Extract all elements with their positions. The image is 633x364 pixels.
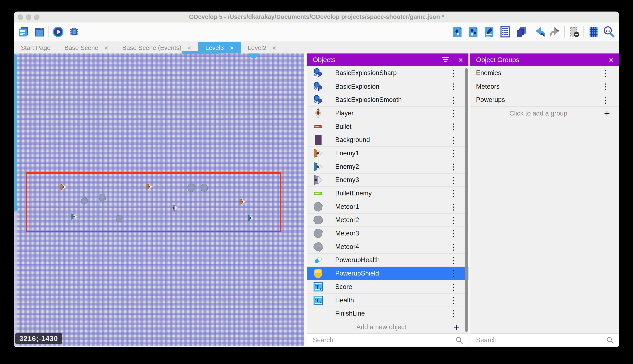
canvas-instance-dot[interactable] bbox=[90, 185, 92, 187]
object-row-meteor3[interactable]: Meteor3⋮ bbox=[307, 226, 468, 240]
instances-list-icon[interactable] bbox=[499, 26, 511, 38]
object-row-health[interactable]: TxHealth⋮ bbox=[307, 293, 468, 307]
properties-icon[interactable] bbox=[483, 26, 495, 38]
group-row-enemies[interactable]: Enemies⋮ bbox=[470, 66, 619, 80]
scene-canvas[interactable]: 3216;-1430 bbox=[14, 54, 304, 346]
kebab-menu-icon[interactable]: ⋮ bbox=[449, 296, 458, 304]
canvas-instance-enemy1[interactable] bbox=[239, 198, 246, 206]
objects-list-icon[interactable] bbox=[451, 26, 463, 38]
canvas-instance-meteor[interactable] bbox=[186, 183, 196, 193]
object-row-poweruphealth[interactable]: PowerupHealth⋮ bbox=[307, 253, 468, 267]
kebab-menu-icon[interactable]: ⋮ bbox=[601, 83, 610, 90]
object-row-finishline[interactable]: FinishLine⋮ bbox=[307, 306, 468, 320]
kebab-menu-icon[interactable]: ⋮ bbox=[449, 310, 458, 317]
tab-close-icon[interactable]: × bbox=[104, 44, 109, 51]
object-row-basicexplosionsharp[interactable]: BasicExplosionSharp⋮ bbox=[307, 66, 468, 80]
object-groups-icon[interactable] bbox=[467, 26, 479, 38]
kebab-menu-icon[interactable]: ⋮ bbox=[449, 150, 458, 157]
search-icon[interactable] bbox=[455, 336, 463, 344]
kebab-menu-icon[interactable]: ⋮ bbox=[449, 69, 458, 77]
object-row-bulletenemy[interactable]: BulletEnemy⋮ bbox=[307, 186, 468, 200]
undo-icon[interactable] bbox=[534, 26, 546, 38]
object-row-basicexplosionsmooth[interactable]: BasicExplosionSmooth⋮ bbox=[307, 93, 468, 106]
object-row-meteor4[interactable]: Meteor4⋮ bbox=[307, 240, 468, 253]
meteor2-icon bbox=[313, 214, 324, 226]
kebab-menu-icon[interactable]: ⋮ bbox=[449, 256, 458, 264]
vertical-scrollbar-thumb[interactable] bbox=[14, 54, 17, 211]
canvas-instance-sparkle[interactable] bbox=[199, 201, 201, 204]
close-icon[interactable]: × bbox=[458, 56, 463, 64]
kebab-menu-icon[interactable]: ⋮ bbox=[449, 216, 458, 224]
horizontal-scrollbar-handle[interactable] bbox=[249, 54, 258, 58]
object-row-score[interactable]: TxScore⋮ bbox=[307, 280, 468, 293]
tab-level2[interactable]: Level2× bbox=[241, 42, 283, 54]
add-group-button[interactable]: Click to add a group+ bbox=[470, 106, 619, 120]
canvas-instance-meteor[interactable] bbox=[98, 193, 107, 202]
object-row-meteor1[interactable]: Meteor1⋮ bbox=[307, 200, 468, 213]
scene-window-icon[interactable] bbox=[33, 26, 46, 38]
canvas-instance-enemy1[interactable] bbox=[60, 183, 67, 191]
object-row-player[interactable]: Player⋮ bbox=[307, 106, 468, 120]
play-icon[interactable] bbox=[52, 26, 64, 38]
group-name: Enemies bbox=[476, 69, 501, 77]
canvas-instance-meteor[interactable] bbox=[115, 214, 123, 223]
objects-search-input[interactable] bbox=[312, 336, 455, 344]
kebab-menu-icon[interactable]: ⋮ bbox=[449, 190, 458, 197]
object-row-enemy1[interactable]: Enemy1⋮ bbox=[307, 146, 468, 160]
kebab-menu-icon[interactable]: ⋮ bbox=[449, 283, 458, 290]
kebab-menu-icon[interactable]: ⋮ bbox=[449, 176, 458, 184]
kebab-menu-icon[interactable]: ⋮ bbox=[449, 96, 458, 104]
canvas-instance-meteor[interactable] bbox=[80, 197, 89, 205]
add-plus-icon[interactable]: + bbox=[604, 108, 610, 118]
object-row-background[interactable]: Background⋮ bbox=[307, 133, 468, 146]
tab-close-icon[interactable]: × bbox=[187, 44, 191, 51]
grid-icon[interactable] bbox=[587, 26, 600, 38]
kebab-menu-icon[interactable]: ⋮ bbox=[449, 163, 458, 170]
kebab-menu-icon[interactable]: ⋮ bbox=[449, 83, 458, 90]
kebab-menu-icon[interactable]: ⋮ bbox=[601, 69, 610, 77]
kebab-menu-icon[interactable]: ⋮ bbox=[449, 270, 458, 277]
vertical-scrollbar-handle[interactable] bbox=[14, 204, 18, 212]
redo-icon[interactable] bbox=[549, 26, 561, 38]
layers-icon[interactable] bbox=[515, 26, 527, 38]
object-name: Score bbox=[335, 283, 352, 290]
kebab-menu-icon[interactable]: ⋮ bbox=[601, 96, 610, 104]
kebab-menu-icon[interactable]: ⋮ bbox=[449, 203, 458, 210]
kebab-menu-icon[interactable]: ⋮ bbox=[449, 123, 458, 130]
kebab-menu-icon[interactable]: ⋮ bbox=[449, 110, 458, 117]
debug-icon[interactable] bbox=[68, 26, 80, 38]
tab-close-icon[interactable]: × bbox=[272, 44, 276, 51]
toggle-instances-mask-icon[interactable] bbox=[568, 26, 580, 38]
group-row-powerups[interactable]: Powerups⋮ bbox=[470, 93, 619, 106]
search-icon[interactable] bbox=[606, 336, 614, 344]
tab-base-scene[interactable]: Base Scene× bbox=[58, 42, 115, 54]
add-plus-icon[interactable]: + bbox=[453, 322, 459, 332]
canvas-instance-meteor[interactable] bbox=[200, 183, 209, 192]
object-row-enemy3[interactable]: Enemy3⋮ bbox=[307, 173, 468, 186]
canvas-instance-sparkle[interactable] bbox=[54, 198, 58, 201]
objects-scrollbar-thumb[interactable] bbox=[465, 68, 468, 332]
object-row-basicexplosion[interactable]: BasicExplosion⋮ bbox=[307, 80, 468, 93]
object-row-powerupshield[interactable]: PowerupShield⋮ bbox=[307, 266, 468, 280]
canvas-instance-enemy1[interactable] bbox=[146, 183, 153, 190]
groups-search-input[interactable] bbox=[476, 336, 606, 344]
object-row-enemy2[interactable]: Enemy2⋮ bbox=[307, 160, 468, 173]
zoom-1-1-icon[interactable]: 1:1 bbox=[603, 26, 615, 38]
object-row-bullet[interactable]: Bullet⋮ bbox=[307, 120, 468, 133]
kebab-menu-icon[interactable]: ⋮ bbox=[449, 230, 458, 237]
filter-icon[interactable] bbox=[441, 57, 449, 63]
project-manager-icon[interactable] bbox=[18, 26, 30, 38]
tab-start-page[interactable]: Start Page bbox=[14, 42, 58, 54]
add-new-object-button[interactable]: Add a new object+ bbox=[307, 320, 468, 334]
tab-close-icon[interactable]: × bbox=[230, 44, 234, 51]
group-row-meteors[interactable]: Meteors⋮ bbox=[470, 80, 619, 93]
canvas-instance-enemy2[interactable] bbox=[71, 213, 78, 220]
close-icon[interactable]: × bbox=[609, 56, 614, 64]
kebab-menu-icon[interactable]: ⋮ bbox=[449, 243, 458, 250]
canvas-instance-enemy3[interactable] bbox=[172, 204, 179, 212]
object-row-meteor2[interactable]: Meteor2⋮ bbox=[307, 213, 468, 227]
horizontal-scrollbar-thumb[interactable] bbox=[182, 51, 219, 54]
kebab-menu-icon[interactable]: ⋮ bbox=[449, 136, 458, 144]
objects-panel-title: Objects bbox=[313, 56, 335, 64]
canvas-instance-enemy2[interactable] bbox=[247, 214, 255, 222]
